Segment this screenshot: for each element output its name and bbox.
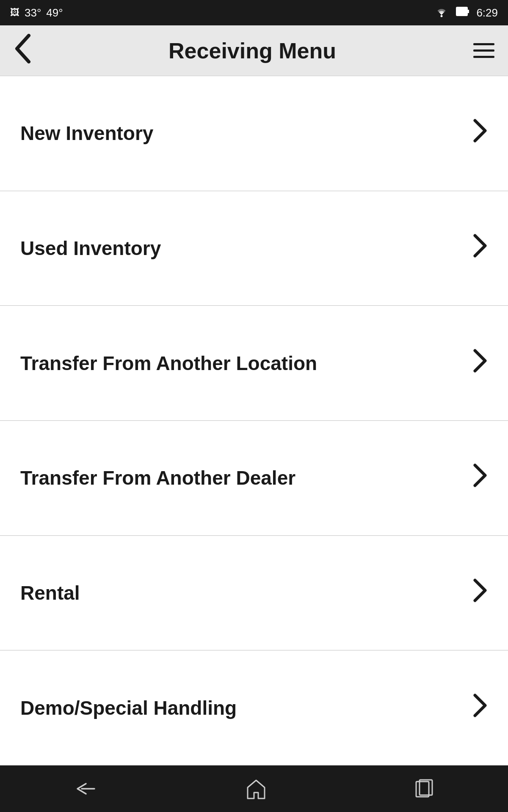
nav-recents-button[interactable] [397, 771, 452, 806]
chevron-right-icon-new-inventory [472, 119, 488, 148]
hamburger-line-1 [473, 43, 494, 45]
nav-back-button[interactable] [56, 774, 116, 804]
notification-icon: 🖼 [10, 7, 19, 18]
menu-item-label-used-inventory: Used Inventory [20, 237, 161, 260]
chevron-right-icon-transfer-location [472, 349, 488, 378]
svg-rect-1 [456, 7, 467, 16]
chevron-right-icon-rental [472, 579, 488, 607]
status-bar: 🖼 33° 49° 6:29 [0, 0, 508, 25]
battery-icon [456, 5, 469, 20]
menu-item-label-transfer-dealer: Transfer From Another Dealer [20, 466, 295, 489]
menu-item-new-inventory[interactable]: New Inventory [0, 76, 508, 191]
temperature-high-display: 49° [46, 6, 63, 19]
svg-rect-2 [467, 10, 469, 13]
menu-item-label-new-inventory: New Inventory [20, 122, 153, 145]
page-title: Receiving Menu [168, 38, 336, 63]
menu-list: New Inventory Used Inventory Transfer Fr… [0, 76, 508, 765]
back-button[interactable] [14, 34, 31, 68]
menu-item-rental[interactable]: Rental [0, 536, 508, 651]
menu-item-transfer-location[interactable]: Transfer From Another Location [0, 306, 508, 421]
menu-item-transfer-dealer[interactable]: Transfer From Another Dealer [0, 421, 508, 536]
temperature-display: 33° [25, 6, 41, 19]
time-display: 6:29 [476, 6, 498, 19]
wifi-icon [434, 5, 449, 20]
status-bar-right: 6:29 [434, 5, 498, 20]
menu-item-used-inventory[interactable]: Used Inventory [0, 191, 508, 306]
navigation-bar [0, 765, 508, 812]
status-bar-left: 🖼 33° 49° [10, 6, 63, 19]
hamburger-line-3 [473, 56, 494, 58]
chevron-right-icon-demo-special [472, 694, 488, 722]
menu-item-label-demo-special: Demo/Special Handling [20, 697, 237, 719]
svg-point-0 [441, 15, 443, 17]
menu-item-label-rental: Rental [20, 582, 80, 604]
app-bar: Receiving Menu [0, 25, 508, 76]
menu-item-label-transfer-location: Transfer From Another Location [20, 352, 317, 375]
chevron-right-icon-transfer-dealer [472, 464, 488, 492]
menu-item-demo-special[interactable]: Demo/Special Handling [0, 650, 508, 765]
nav-home-button[interactable] [229, 771, 284, 806]
hamburger-line-2 [473, 49, 494, 52]
chevron-right-icon-used-inventory [472, 234, 488, 263]
hamburger-menu-button[interactable] [473, 43, 494, 58]
